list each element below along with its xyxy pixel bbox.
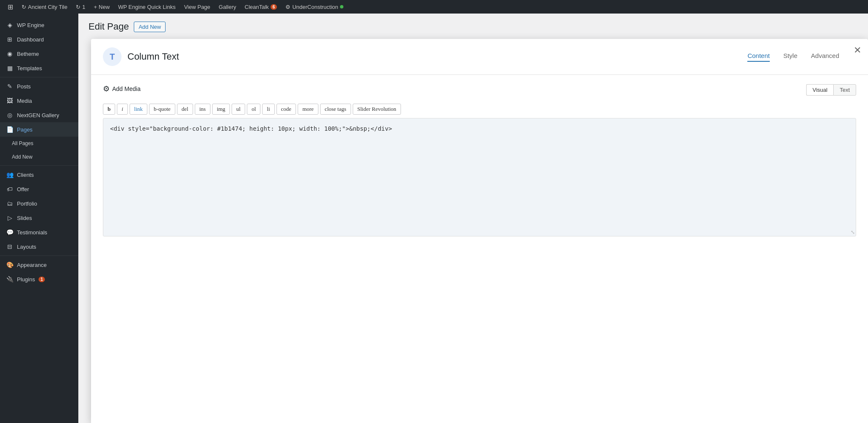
img-button[interactable]: img [212, 104, 230, 115]
sidebar-item-layouts[interactable]: ⊟ Layouts [0, 239, 78, 254]
portfolio-icon: 🗂 [6, 200, 14, 207]
cleantalk-link[interactable]: CleanTalk 6 [241, 2, 281, 12]
pages-icon: 📄 [6, 126, 14, 133]
editor-area[interactable]: <div style="background-color: #1b1474; h… [103, 118, 856, 236]
add-new-menu[interactable]: + New [90, 2, 113, 12]
layouts-icon: ⊟ [6, 243, 14, 250]
resize-handle[interactable]: ⤡ [851, 229, 855, 235]
plugins-badge: 1 [39, 277, 45, 282]
wp-engine-icon: ◈ [6, 22, 14, 28]
media-icon: 🖼 [6, 97, 14, 104]
refresh-small-icon: ↻ [76, 4, 80, 10]
modal-body: ⚙ Add Media Visual Text b i link b-quote [91, 75, 868, 423]
close-tags-button[interactable]: close tags [320, 104, 351, 115]
slides-icon: ▷ [6, 214, 14, 221]
tab-style[interactable]: Style [783, 52, 797, 62]
bquote-button[interactable]: b-quote [149, 104, 175, 115]
cleantalk-badge: 6 [271, 4, 277, 10]
sidebar-item-offer[interactable]: 🏷 Offer [0, 182, 78, 196]
clients-icon: 👥 [6, 171, 14, 178]
modal-title: Column Text [127, 51, 179, 62]
code-button[interactable]: code [276, 104, 296, 115]
sidebar-item-add-new[interactable]: Add New [0, 150, 78, 164]
plugins-icon: 🔌 [6, 276, 14, 283]
del-button[interactable]: del [177, 104, 193, 115]
modal-header: T Column Text Content Style Advanced ✕ [91, 39, 868, 75]
more-button[interactable]: more [298, 104, 318, 115]
update-count[interactable]: ↻ 1 [72, 2, 88, 12]
nextgen-icon: ◎ [6, 112, 14, 118]
add-media-bar: ⚙ Add Media [103, 83, 141, 94]
view-toggle: Visual Text [806, 84, 856, 96]
posts-icon: ✎ [6, 83, 14, 90]
offer-icon: 🏷 [6, 186, 14, 192]
ins-button[interactable]: ins [195, 104, 210, 115]
add-new-button[interactable]: Add New [134, 22, 166, 32]
sidebar: ◈ WP Engine ⊞ Dashboard ◉ Betheme ▦ Temp… [0, 14, 78, 423]
bold-button[interactable]: b [103, 104, 115, 115]
sidebar-item-nextgen[interactable]: ◎ NextGEN Gallery [0, 108, 78, 122]
appearance-icon: 🎨 [6, 261, 14, 268]
editor-content[interactable]: <div style="background-color: #1b1474; h… [110, 125, 392, 132]
sidebar-item-testimonials[interactable]: 💬 Testimonials [0, 225, 78, 239]
templates-icon: ▦ [6, 65, 14, 71]
link-button[interactable]: link [130, 104, 147, 115]
ol-button[interactable]: ol [247, 104, 260, 115]
plus-icon: + [94, 4, 97, 10]
add-media-icon: ⚙ [103, 84, 110, 93]
page-header: Edit Page Add New [78, 14, 868, 37]
view-page-link[interactable]: View Page [181, 2, 214, 12]
ul-button[interactable]: ul [232, 104, 245, 115]
column-text-modal: T Column Text Content Style Advanced ✕ ⚙ [91, 39, 868, 423]
li-button[interactable]: li [262, 104, 274, 115]
modal-tabs: Content Style Advanced [747, 52, 839, 62]
underconstruction-link[interactable]: ⚙ UnderConstruction [282, 2, 346, 12]
divider-2 [0, 165, 78, 166]
modal-close-button[interactable]: ✕ [854, 46, 861, 55]
page-title: Edit Page [88, 21, 129, 32]
status-dot [340, 5, 343, 8]
refresh-icon: ↻ [22, 4, 26, 10]
settings-icon: ⚙ [285, 4, 290, 10]
sidebar-item-posts[interactable]: ✎ Posts [0, 79, 78, 93]
sidebar-item-clients[interactable]: 👥 Clients [0, 168, 78, 182]
sidebar-item-slides[interactable]: ▷ Slides [0, 211, 78, 225]
sidebar-item-templates[interactable]: ▦ Templates [0, 61, 78, 75]
sidebar-item-all-pages[interactable]: All Pages [0, 137, 78, 150]
tab-advanced[interactable]: Advanced [811, 52, 839, 62]
testimonials-icon: 💬 [6, 229, 14, 236]
gallery-link[interactable]: Gallery [216, 2, 240, 12]
sidebar-item-wp-engine[interactable]: ◈ WP Engine [0, 18, 78, 32]
sidebar-item-appearance[interactable]: 🎨 Appearance [0, 258, 78, 272]
sidebar-item-dashboard[interactable]: ⊞ Dashboard [0, 32, 78, 47]
betheme-icon: ◉ [6, 50, 14, 57]
main-content: Edit Page Add New T Column Text Content … [78, 14, 868, 423]
admin-bar: ⊞ ↻ Ancient City Tile ↻ 1 + New WP Engin… [0, 0, 868, 14]
sidebar-item-portfolio[interactable]: 🗂 Portfolio [0, 196, 78, 211]
modal-type-icon: T [103, 47, 122, 66]
italic-button[interactable]: i [117, 104, 128, 115]
tab-content[interactable]: Content [747, 52, 770, 62]
sidebar-item-betheme[interactable]: ◉ Betheme [0, 47, 78, 61]
divider-1 [0, 77, 78, 77]
wp-engine-link[interactable]: WP Engine Quick Links [115, 2, 179, 12]
sidebar-item-plugins[interactable]: 🔌 Plugins 1 [0, 272, 78, 286]
editor-toolbar: b i link b-quote del ins img ul ol li co… [103, 104, 856, 115]
add-media-button[interactable]: ⚙ Add Media [103, 83, 141, 94]
sidebar-item-media[interactable]: 🖼 Media [0, 93, 78, 108]
visual-toggle-button[interactable]: Visual [806, 84, 833, 96]
wp-logo-icon[interactable]: ⊞ [4, 1, 17, 13]
text-toggle-button[interactable]: Text [833, 84, 856, 96]
slider-revolution-button[interactable]: Slider Revolution [353, 104, 401, 115]
divider-3 [0, 255, 78, 256]
toolbar-row: ⚙ Add Media Visual Text [103, 83, 856, 100]
site-name[interactable]: ↻ Ancient City Tile [18, 2, 71, 12]
dashboard-icon: ⊞ [6, 36, 14, 43]
sidebar-item-pages[interactable]: 📄 Pages [0, 122, 78, 137]
